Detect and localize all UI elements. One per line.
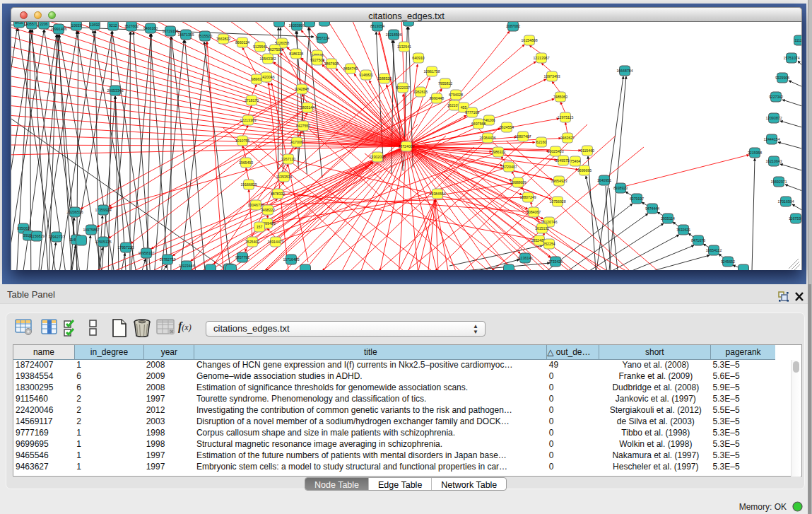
svg-text:2206: 2206 bbox=[40, 22, 48, 26]
svg-text:9129541: 9129541 bbox=[253, 45, 267, 49]
svg-text:7632621: 7632621 bbox=[676, 228, 690, 232]
svg-text:7515520: 7515520 bbox=[198, 34, 212, 38]
svg-text:16671355: 16671355 bbox=[177, 33, 194, 37]
svg-text:75464: 75464 bbox=[570, 159, 581, 163]
svg-text:16782759: 16782759 bbox=[159, 257, 175, 262]
svg-text:14055712: 14055712 bbox=[23, 22, 40, 26]
svg-text:12942737: 12942737 bbox=[48, 235, 64, 239]
svg-text:12444154: 12444154 bbox=[763, 137, 779, 141]
svg-text:16914479: 16914479 bbox=[267, 240, 283, 244]
svg-text:8322037: 8322037 bbox=[396, 86, 410, 90]
svg-text:7857224: 7857224 bbox=[315, 36, 329, 40]
svg-text:15751074: 15751074 bbox=[783, 56, 799, 60]
svg-text:12975115: 12975115 bbox=[558, 115, 574, 119]
svg-text:835061: 835061 bbox=[17, 226, 29, 230]
svg-text:20053346: 20053346 bbox=[107, 88, 123, 93]
svg-text:10975867: 10975867 bbox=[83, 228, 99, 232]
svg-text:7955812: 7955812 bbox=[438, 81, 452, 86]
svg-text:10961758: 10961758 bbox=[423, 69, 440, 74]
svg-text:1640951: 1640951 bbox=[597, 178, 611, 182]
svg-text:16033809: 16033809 bbox=[288, 23, 305, 28]
svg-text:16495754: 16495754 bbox=[555, 158, 571, 163]
svg-text:20991406: 20991406 bbox=[50, 27, 66, 31]
svg-text:9084067: 9084067 bbox=[526, 210, 541, 214]
svg-text:17016504: 17016504 bbox=[777, 199, 794, 204]
svg-text:2718170: 2718170 bbox=[245, 98, 259, 103]
svg-text:10046736: 10046736 bbox=[247, 203, 264, 207]
svg-text:10654112: 10654112 bbox=[706, 248, 722, 252]
svg-text:12213967: 12213967 bbox=[533, 56, 549, 60]
svg-text:17359924: 17359924 bbox=[95, 208, 111, 212]
svg-text:15716485: 15716485 bbox=[283, 257, 299, 262]
svg-text:1733426: 1733426 bbox=[548, 259, 563, 264]
svg-text:12093872: 12093872 bbox=[765, 116, 782, 120]
svg-text:6466160: 6466160 bbox=[143, 26, 158, 30]
svg-text:7986322: 7986322 bbox=[491, 150, 505, 154]
svg-text:18724007: 18724007 bbox=[398, 144, 414, 148]
svg-text:10973493: 10973493 bbox=[543, 74, 560, 78]
svg-text:3498222: 3498222 bbox=[261, 208, 275, 212]
svg-text:8990448: 8990448 bbox=[430, 96, 444, 100]
svg-text:19384554: 19384554 bbox=[429, 192, 445, 196]
svg-text:11156829: 11156829 bbox=[29, 234, 45, 238]
svg-text:3267110: 3267110 bbox=[281, 157, 295, 161]
svg-text:23302035: 23302035 bbox=[369, 155, 385, 159]
svg-text:7663822: 7663822 bbox=[216, 37, 230, 41]
svg-text:8471676: 8471676 bbox=[691, 238, 705, 243]
svg-text:15692971: 15692971 bbox=[770, 180, 787, 184]
svg-text:455: 455 bbox=[461, 105, 467, 110]
svg-text:19218506: 19218506 bbox=[385, 33, 401, 37]
svg-text:9227342: 9227342 bbox=[769, 95, 783, 99]
svg-text:3215958: 3215958 bbox=[748, 151, 762, 155]
svg-text:10719195: 10719195 bbox=[162, 29, 178, 33]
svg-text:157: 157 bbox=[257, 225, 263, 229]
svg-text:2935114: 2935114 bbox=[661, 216, 675, 221]
svg-text:3624554: 3624554 bbox=[500, 125, 514, 129]
svg-text:2803144: 2803144 bbox=[300, 105, 314, 110]
svg-text:11692: 11692 bbox=[90, 23, 100, 27]
svg-text:8813054: 8813054 bbox=[370, 24, 384, 28]
svg-text:98963: 98963 bbox=[252, 77, 262, 81]
svg-text:19166825: 19166825 bbox=[240, 182, 257, 187]
svg-text:9857791: 9857791 bbox=[235, 255, 249, 259]
svg-text:2867608: 2867608 bbox=[324, 62, 339, 66]
svg-text:9463627: 9463627 bbox=[560, 136, 575, 140]
svg-text:8186328: 8186328 bbox=[289, 52, 303, 56]
svg-text:9327508: 9327508 bbox=[310, 58, 324, 62]
svg-text:11923446: 11923446 bbox=[179, 264, 195, 268]
svg-text:16648784: 16648784 bbox=[616, 69, 632, 73]
svg-text:7485063: 7485063 bbox=[553, 95, 567, 99]
svg-text:9474444: 9474444 bbox=[645, 206, 659, 211]
svg-text:8938923: 8938923 bbox=[613, 186, 628, 190]
svg-text:12213369: 12213369 bbox=[240, 118, 256, 122]
svg-text:417006: 417006 bbox=[290, 140, 302, 144]
svg-text:8427552: 8427552 bbox=[296, 124, 310, 128]
svg-text:16154808: 16154808 bbox=[521, 38, 537, 42]
svg-text:11123: 11123 bbox=[794, 38, 801, 42]
svg-text:1527602: 1527602 bbox=[124, 24, 139, 28]
svg-text:16210643: 16210643 bbox=[765, 159, 782, 163]
svg-text:1132541: 1132541 bbox=[397, 45, 411, 49]
svg-text:10756928: 10756928 bbox=[549, 199, 565, 204]
svg-text:7625402: 7625402 bbox=[245, 240, 259, 244]
svg-text:1010755: 1010755 bbox=[235, 139, 249, 143]
svg-text:1362615: 1362615 bbox=[413, 90, 428, 94]
svg-text:9115460: 9115460 bbox=[580, 148, 594, 153]
svg-text:20364436: 20364436 bbox=[479, 136, 495, 140]
svg-text:11353534: 11353534 bbox=[276, 175, 293, 179]
svg-text:9146821: 9146821 bbox=[359, 73, 373, 77]
svg-text:10653: 10653 bbox=[71, 23, 82, 28]
svg-text:9242848: 9242848 bbox=[295, 87, 309, 91]
svg-text:9212: 9212 bbox=[109, 23, 117, 28]
svg-text:9627500: 9627500 bbox=[268, 47, 282, 52]
svg-text:8878332: 8878332 bbox=[271, 192, 285, 196]
svg-text:20206536: 20206536 bbox=[66, 210, 83, 214]
svg-text:10543382: 10543382 bbox=[259, 57, 276, 61]
svg-text:11136141: 11136141 bbox=[517, 256, 533, 260]
svg-text:1965493: 1965493 bbox=[239, 160, 253, 165]
svg-text:640910: 640910 bbox=[412, 56, 424, 60]
svg-text:10025453: 10025453 bbox=[547, 149, 563, 153]
svg-text:1167534: 1167534 bbox=[789, 216, 801, 221]
svg-text:10807487: 10807487 bbox=[514, 134, 531, 139]
svg-text:9777169: 9777169 bbox=[465, 110, 479, 115]
